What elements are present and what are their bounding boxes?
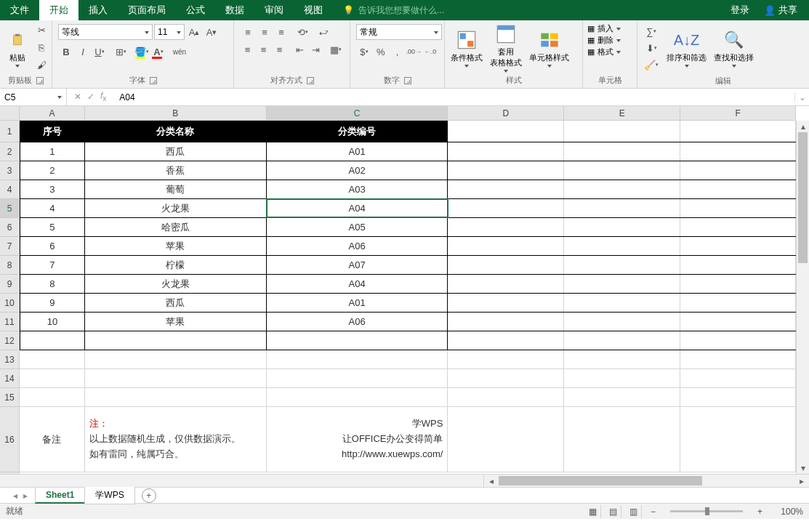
cell-F3[interactable]	[680, 161, 796, 180]
font-size-select[interactable]: 11	[154, 24, 185, 40]
cell-B7[interactable]: 苹果	[85, 237, 267, 255]
name-box[interactable]: C5	[0, 89, 67, 105]
vscroll-thumb[interactable]	[798, 132, 808, 263]
cell-C14[interactable]	[267, 369, 448, 387]
cell-D14[interactable]	[448, 369, 564, 387]
col-header-D[interactable]: D	[448, 106, 564, 120]
cell-F13[interactable]	[680, 350, 796, 368]
bold-button[interactable]: B	[58, 44, 74, 60]
zoom-out-button[interactable]: −	[646, 507, 660, 517]
row-header-16[interactable]: 16	[0, 407, 19, 472]
new-sheet-button[interactable]: +	[142, 488, 156, 503]
cell-E12[interactable]	[564, 331, 680, 350]
cell-A13[interactable]	[20, 350, 85, 368]
cell-D3[interactable]	[448, 161, 564, 180]
cell-B3[interactable]: 香蕉	[85, 161, 267, 180]
cell-B1[interactable]: 分类名称	[85, 121, 267, 142]
cell-F8[interactable]	[680, 256, 796, 274]
cell-E2[interactable]	[564, 142, 680, 161]
cell-C6[interactable]: A05	[267, 218, 448, 236]
cell-D8[interactable]	[448, 256, 564, 274]
cell-A9[interactable]: 8	[20, 275, 85, 293]
tab-insert[interactable]: 插入	[79, 0, 118, 20]
cell-A8[interactable]: 7	[20, 256, 85, 274]
row-header-2[interactable]: 2	[0, 142, 19, 161]
cell-A11[interactable]: 10	[20, 313, 85, 331]
cell-E3[interactable]	[564, 161, 680, 180]
cell-D11[interactable]	[448, 313, 564, 331]
cell-C8[interactable]: A07	[267, 256, 448, 274]
cell-F7[interactable]	[680, 237, 796, 255]
align-top-button[interactable]: ≡	[240, 24, 256, 40]
tab-formulas[interactable]: 公式	[176, 0, 215, 20]
col-header-A[interactable]: A	[20, 106, 85, 120]
page-break-view-button[interactable]: ▥	[626, 505, 642, 518]
cell-E15[interactable]	[564, 388, 680, 406]
sheet-tab-2[interactable]: 学WPS	[84, 487, 134, 504]
format-painter-button[interactable]: 🖌	[33, 57, 49, 73]
border-button[interactable]: ⊞▾	[113, 44, 129, 60]
cell-E11[interactable]	[564, 313, 680, 331]
font-launcher[interactable]	[150, 77, 157, 84]
align-right-button[interactable]: ≡	[272, 41, 287, 57]
delete-cells-button[interactable]: ▦删除	[587, 35, 632, 46]
fx-button[interactable]: fx	[100, 91, 106, 102]
tab-nav-next[interactable]: ▸	[23, 491, 28, 501]
login-button[interactable]: 登录	[725, 1, 755, 20]
note-text-cell[interactable]: 注：以上数据随机生成，仅供数据演示。如有雷同，纯属巧合。	[85, 407, 267, 472]
scroll-down-button[interactable]: ▾	[797, 462, 809, 474]
clipboard-launcher[interactable]	[36, 77, 44, 84]
row-header-11[interactable]: 11	[0, 313, 19, 331]
zoom-slider[interactable]	[670, 510, 743, 512]
note-label[interactable]: 备注	[20, 407, 85, 472]
tab-file[interactable]: 文件	[0, 0, 39, 20]
tab-pagelayout[interactable]: 页面布局	[118, 0, 176, 20]
cell-A2[interactable]: 1	[20, 142, 85, 161]
scroll-up-button[interactable]: ▴	[797, 121, 809, 132]
cell-C12[interactable]	[267, 331, 448, 350]
cell-E7[interactable]	[564, 237, 680, 255]
cell-E14[interactable]	[564, 369, 680, 387]
tab-review[interactable]: 审阅	[254, 0, 294, 20]
cell[interactable]	[564, 407, 680, 472]
cell-A14[interactable]	[20, 369, 85, 387]
cell-F6[interactable]	[680, 218, 796, 236]
row-header-4[interactable]: 4	[0, 180, 19, 199]
conditional-format-button[interactable]: 条件格式	[448, 28, 486, 68]
decrease-indent-button[interactable]: ⇤	[292, 41, 307, 57]
cell-B8[interactable]: 柠檬	[85, 256, 267, 274]
cell-F1[interactable]	[680, 121, 796, 142]
cell-styles-button[interactable]: 单元格样式	[526, 28, 572, 68]
cell-A6[interactable]: 5	[20, 218, 85, 236]
cell[interactable]	[680, 407, 796, 472]
enter-formula-button[interactable]: ✓	[87, 92, 94, 102]
row-header-10[interactable]: 10	[0, 294, 19, 313]
row-header-1[interactable]: 1	[0, 121, 19, 142]
font-color-button[interactable]: A▾	[150, 44, 166, 60]
cell-A1[interactable]: 序号	[20, 121, 85, 142]
cell-D7[interactable]	[448, 237, 564, 255]
table-format-button[interactable]: 套用 表格格式	[487, 23, 525, 73]
cell-F14[interactable]	[680, 369, 796, 387]
tell-me-search[interactable]: 💡 告诉我您想要做什么...	[333, 1, 454, 20]
cell-E6[interactable]	[564, 218, 680, 236]
cell-F12[interactable]	[680, 331, 796, 350]
cell-C3[interactable]: A02	[267, 161, 448, 180]
hscroll-thumb[interactable]	[499, 476, 702, 485]
align-middle-button[interactable]: ≡	[257, 24, 273, 40]
row-header-14[interactable]: 14	[0, 369, 19, 388]
alignment-launcher[interactable]	[307, 77, 314, 84]
cell-B14[interactable]	[85, 369, 267, 387]
row-header-6[interactable]: 6	[0, 218, 19, 237]
cancel-formula-button[interactable]: ✕	[74, 92, 81, 102]
percent-button[interactable]: %	[373, 44, 389, 60]
cell-D9[interactable]	[448, 275, 564, 293]
page-layout-view-button[interactable]: ▤	[605, 505, 621, 518]
cell-C7[interactable]: A06	[267, 237, 448, 255]
cell-C4[interactable]: A03	[267, 180, 448, 198]
cell-F11[interactable]	[680, 313, 796, 331]
cell-A12[interactable]	[20, 331, 85, 350]
cell-E13[interactable]	[564, 350, 680, 368]
cell-A3[interactable]: 2	[20, 161, 85, 180]
row-header-5[interactable]: 5	[0, 199, 19, 218]
